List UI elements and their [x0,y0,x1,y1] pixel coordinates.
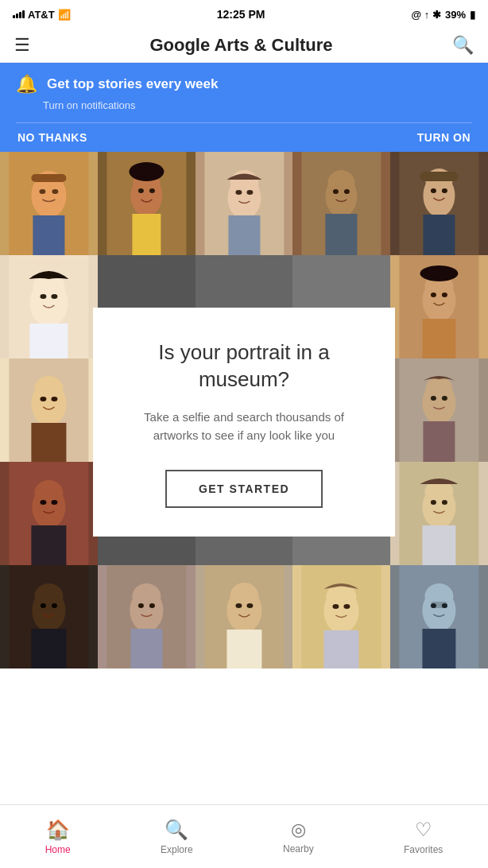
portrait-cell [0,565,98,668]
nearby-icon: ◎ [291,820,306,840]
modal-subtext: Take a selfie and search thousands of ar… [122,409,366,444]
app-title: Google Arts & Culture [149,35,332,56]
svg-point-75 [52,603,57,608]
nav-label-home: Home [45,844,71,855]
svg-point-74 [41,603,46,608]
battery-percent: 39% [445,9,466,21]
svg-point-11 [138,188,144,193]
no-thanks-button[interactable]: NO THANKS [17,131,87,144]
portrait-cell [98,565,196,668]
portrait-cell [390,565,488,668]
notif-subtitle: Turn on notifications [43,99,472,111]
portrait-cell [0,152,98,255]
status-left: AT&T 📶 [13,9,71,21]
svg-rect-3 [33,215,64,255]
nav-item-nearby[interactable]: ◎ Nearby [270,813,327,861]
status-icons: @ ↑ ✱ [412,9,441,21]
svg-point-56 [431,396,436,401]
bottom-nav: 🏠 Home 🔍 Explore ◎ Nearby ♡ Favorites [0,804,488,868]
hamburger-icon[interactable]: ☰ [14,35,30,56]
status-time: 12:25 PM [217,8,265,21]
svg-rect-85 [227,630,261,668]
favorites-icon: ♡ [415,819,432,841]
svg-rect-23 [326,214,358,255]
portrait-cell [98,152,196,255]
portrait-cell [292,565,390,668]
svg-point-92 [333,604,339,609]
svg-point-62 [40,500,46,505]
svg-point-24 [333,189,339,194]
search-icon[interactable]: 🔍 [452,35,474,56]
svg-rect-91 [324,630,359,668]
svg-point-50 [40,397,46,401]
portrait-cell [196,152,293,255]
nav-label-explore: Explore [161,844,193,855]
svg-rect-67 [423,525,456,565]
svg-point-51 [51,397,57,401]
status-bar: AT&T 📶 12:25 PM @ ↑ ✱ 39% ▮ [0,0,488,29]
status-right: @ ↑ ✱ 39% ▮ [412,9,475,21]
notif-actions: NO THANKS TURN ON [16,122,472,152]
svg-rect-42 [423,319,456,358]
svg-point-87 [246,603,253,608]
svg-point-45 [420,265,459,281]
signal-bars [13,10,25,18]
svg-point-19 [246,190,253,195]
carrier-label: AT&T [28,9,55,21]
svg-point-78 [132,583,161,609]
notif-title: Get top stories every week [47,76,218,92]
svg-rect-32 [420,172,459,181]
portrait-cell [0,358,98,462]
svg-rect-79 [130,629,162,668]
nav-item-explore[interactable]: 🔍 Explore [148,812,206,862]
portrait-cell [390,462,488,565]
svg-point-31 [442,188,447,193]
svg-point-25 [344,189,350,194]
svg-rect-61 [31,525,66,565]
svg-point-43 [431,293,436,297]
svg-point-68 [431,500,436,505]
svg-point-37 [40,294,46,299]
svg-point-60 [34,480,63,506]
portrait-cell [0,255,98,358]
svg-rect-55 [424,421,455,462]
svg-point-69 [442,500,447,505]
svg-rect-100 [432,602,447,608]
svg-point-63 [51,500,57,505]
svg-point-93 [344,604,351,609]
svg-point-72 [34,583,63,609]
svg-point-81 [149,603,155,608]
get-started-button[interactable]: GET STARTED [165,470,323,508]
svg-point-38 [51,294,57,299]
nav-item-home[interactable]: 🏠 Home [33,812,83,862]
svg-rect-17 [228,215,260,255]
wifi-icon: 📶 [58,9,71,21]
notif-top: 🔔 Get top stories every week [16,74,472,95]
portrait-cell [390,255,488,358]
battery-icon: ▮ [470,9,475,21]
svg-point-54 [426,377,453,401]
svg-point-4 [39,189,45,194]
nav-label-nearby: Nearby [283,843,314,854]
svg-point-86 [235,603,242,608]
app-header: ☰ Google Arts & Culture 🔍 [0,29,488,63]
svg-point-80 [138,603,144,608]
home-icon: 🏠 [46,819,70,841]
svg-rect-29 [424,215,455,255]
nav-item-favorites[interactable]: ♡ Favorites [391,812,455,862]
portrait-section: Is your portrait in a museum? Take a sel… [0,152,488,668]
portrait-cell [292,152,390,255]
svg-rect-36 [29,324,68,358]
portrait-cell [0,462,98,565]
explore-icon: 🔍 [165,819,188,841]
portrait-cell [196,565,293,668]
svg-point-30 [431,188,436,193]
modal-card: Is your portrait in a museum? Take a sel… [93,308,395,537]
svg-point-44 [442,293,447,297]
svg-point-18 [235,190,242,195]
svg-rect-6 [31,174,66,182]
bell-icon: 🔔 [16,74,37,95]
svg-rect-73 [31,629,66,668]
modal-heading: Is your portrait in a museum? [122,339,366,393]
turn-on-button[interactable]: TURN ON [417,131,471,144]
